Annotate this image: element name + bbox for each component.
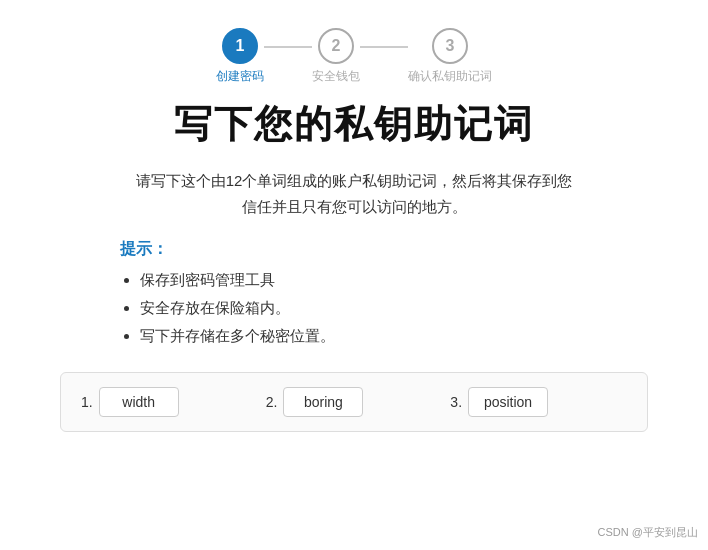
step-3: 3 确认私钥助记词: [408, 28, 492, 85]
tip-item-3: 写下并存储在多个秘密位置。: [140, 324, 648, 348]
mnemonic-number-3: 3.: [450, 394, 462, 410]
mnemonic-item-1: 1. width: [81, 387, 258, 417]
watermark: CSDN @平安到昆山: [598, 525, 698, 540]
step-2: 2 安全钱包: [312, 28, 360, 85]
step-connector-1: [264, 46, 312, 48]
step-connector-2: [360, 46, 408, 48]
mnemonic-number-1: 1.: [81, 394, 93, 410]
description-text: 请写下这个由12个单词组成的账户私钥助记词，然后将其保存到您信任并且只有您可以访…: [60, 168, 648, 219]
mnemonic-section: 1. width 2. boring 3. position: [60, 372, 648, 432]
tip-item-2: 安全存放在保险箱内。: [140, 296, 648, 320]
mnemonic-item-3: 3. position: [450, 387, 627, 417]
step-3-label: 确认私钥助记词: [408, 68, 492, 85]
step-2-label: 安全钱包: [312, 68, 360, 85]
mnemonic-item-2: 2. boring: [266, 387, 443, 417]
page-title: 写下您的私钥助记词: [60, 99, 648, 150]
mnemonic-word-3: position: [468, 387, 548, 417]
tips-title: 提示：: [120, 239, 648, 260]
mnemonic-grid: 1. width 2. boring 3. position: [81, 387, 627, 417]
mnemonic-number-2: 2.: [266, 394, 278, 410]
step-1-circle: 1: [222, 28, 258, 64]
mnemonic-word-2: boring: [283, 387, 363, 417]
mnemonic-word-1: width: [99, 387, 179, 417]
stepper: 1 创建密码 2 安全钱包 3 确认私钥助记词: [60, 28, 648, 85]
step-1: 1 创建密码: [216, 28, 264, 85]
step-2-circle: 2: [318, 28, 354, 64]
tip-item-1: 保存到密码管理工具: [140, 268, 648, 292]
main-container: 1 创建密码 2 安全钱包 3 确认私钥助记词 写下您的私钥助记词 请写下这个由…: [0, 0, 708, 452]
tips-list: 保存到密码管理工具 安全存放在保险箱内。 写下并存储在多个秘密位置。: [120, 268, 648, 348]
step-1-label: 创建密码: [216, 68, 264, 85]
tips-section: 提示： 保存到密码管理工具 安全存放在保险箱内。 写下并存储在多个秘密位置。: [120, 239, 648, 348]
step-3-circle: 3: [432, 28, 468, 64]
